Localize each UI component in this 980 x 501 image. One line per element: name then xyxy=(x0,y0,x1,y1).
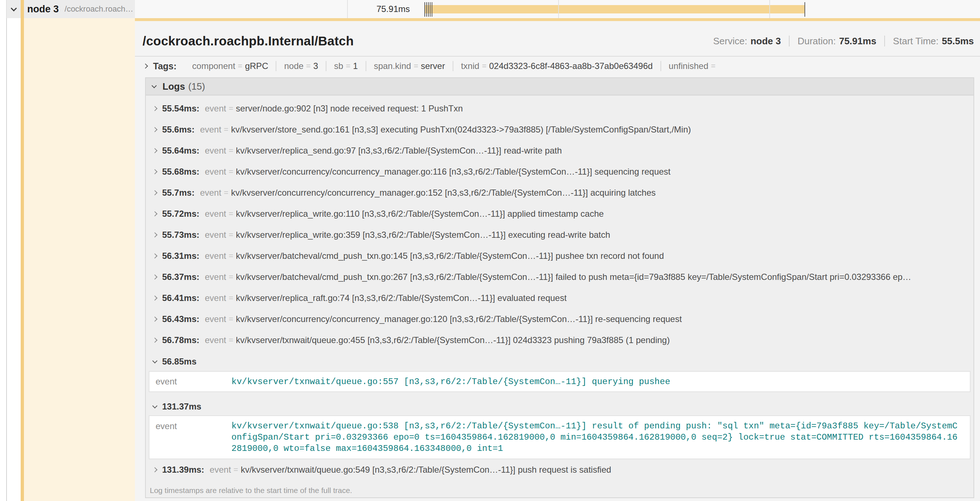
log-equals: = xyxy=(229,335,233,345)
log-equals: = xyxy=(229,272,233,282)
log-row[interactable]: 56.41ms: event = kv/kvserver/replica_raf… xyxy=(146,287,974,309)
span-overview-items: Service: node 3 Duration: 75.91ms Start … xyxy=(713,35,974,47)
chevron-right-icon[interactable] xyxy=(143,64,148,69)
tag-value: 024d3323-6c8f-4863-aa8b-37ab0e63496d xyxy=(489,61,653,71)
log-field-value: kv/kvserver/replica_write.go:359 [n3,s3,… xyxy=(236,230,610,240)
log-field-key: event xyxy=(205,335,226,345)
span-detail-header: /cockroach.roachpb.Internal/Batch Servic… xyxy=(143,32,974,50)
chevron-down-icon[interactable] xyxy=(152,358,158,363)
log-row[interactable]: 131.39ms: event = kv/kvserver/txnwait/qu… xyxy=(146,459,974,480)
log-timestamp: 55.54ms: xyxy=(162,104,199,113)
trace-span-detail-view: node 3 /cockroach.roach… 75.91ms /cockro… xyxy=(0,0,980,501)
log-detail-card: event kv/kvserver/txnwait/queue.go:538 [… xyxy=(149,415,970,459)
service-name: node 3 xyxy=(27,4,59,15)
span-color-stripe xyxy=(21,0,24,501)
logs-footer-note: Log timestamps are relative to the start… xyxy=(146,482,974,498)
log-row[interactable]: 55.7ms: event = kv/kvserver/concurrency/… xyxy=(146,182,974,203)
log-equals: = xyxy=(229,209,233,219)
log-equals: = xyxy=(229,314,233,324)
log-row[interactable]: 55.6ms: event = kv/kvserver/store_send.g… xyxy=(146,119,974,140)
log-timestamp: 55.6ms: xyxy=(162,124,194,135)
span-detail-panel: /cockroach.roachpb.Internal/Batch Servic… xyxy=(135,18,980,501)
log-field-value: kv/kvserver/txnwait/queue.go:549 [n3,s3,… xyxy=(241,465,611,475)
chevron-right-icon[interactable] xyxy=(152,254,158,258)
logs-accordian: Logs (15) 55.54ms: event = server/node.g… xyxy=(145,77,974,498)
log-timestamp: 55.73ms: xyxy=(162,230,199,240)
chevron-down-icon[interactable] xyxy=(11,5,17,11)
tag-value: 1 xyxy=(353,61,358,71)
tag-key: sb xyxy=(334,61,343,71)
log-field-key: event xyxy=(205,167,226,177)
logs-title: Logs xyxy=(162,81,185,92)
log-field-value: kv/kvserver/txnwait/queue.go:455 [n3,s3,… xyxy=(236,335,670,345)
duration-value: 75.91ms xyxy=(839,35,876,47)
log-field-key: event xyxy=(156,377,231,387)
chevron-right-icon[interactable] xyxy=(152,169,158,174)
meta-divider xyxy=(884,35,885,46)
chevron-right-icon[interactable] xyxy=(152,148,158,153)
log-row[interactable]: 56.43ms: event = kv/kvserver/concurrency… xyxy=(146,309,974,330)
log-field-key: event xyxy=(205,230,226,240)
log-row[interactable]: 55.54ms: event = server/node.go:902 [n3]… xyxy=(146,98,974,119)
chevron-right-icon[interactable] xyxy=(152,295,158,301)
log-timestamp: 55.64ms: xyxy=(162,145,199,156)
chevron-down-icon[interactable] xyxy=(152,83,157,88)
log-timestamp: 55.68ms: xyxy=(162,167,199,177)
log-equals: = xyxy=(229,230,233,239)
chevron-right-icon[interactable] xyxy=(152,190,158,195)
span-duration-label: 75.91ms xyxy=(377,0,410,18)
log-row[interactable]: 55.64ms: event = kv/kvserver/replica_sen… xyxy=(146,140,974,161)
tag-key: node xyxy=(284,61,303,71)
log-equals: = xyxy=(224,188,229,198)
tag-equals: = xyxy=(346,61,350,71)
log-field-value: kv/kvserver/txnwait/queue.go:557 [n3,s3,… xyxy=(231,376,961,388)
log-timestamp: 55.7ms: xyxy=(162,188,194,198)
log-timestamp: 55.72ms: xyxy=(162,209,199,219)
tag-item: component = gRPC xyxy=(185,61,277,71)
log-equals: = xyxy=(229,167,233,176)
span-timeline-cell[interactable]: 75.91ms xyxy=(135,0,980,18)
log-row[interactable]: 56.31ms: event = kv/kvserver/batcheval/c… xyxy=(146,246,974,266)
log-equals: = xyxy=(229,251,233,261)
chevron-right-icon[interactable] xyxy=(152,127,158,132)
span-operation-title: /cockroach.roachpb.Internal/Batch xyxy=(143,34,354,48)
log-field-value: kv/kvserver/concurrency/concurrency_mana… xyxy=(231,188,656,198)
chevron-right-icon[interactable] xyxy=(152,211,158,216)
log-field-value: kv/kvserver/replica_send.go:97 [n3,s3,r6… xyxy=(236,145,562,156)
log-field-value: server/node.go:902 [n3] node received re… xyxy=(236,104,463,113)
span-row: node 3 /cockroach.roach… 75.91ms xyxy=(6,0,980,18)
log-marker-tick xyxy=(424,2,425,17)
expanded-log-header[interactable]: 131.37ms xyxy=(146,400,974,413)
chevron-down-icon[interactable] xyxy=(152,403,158,408)
expanded-log-header[interactable]: 56.85ms xyxy=(146,355,974,368)
log-detail-card: event kv/kvserver/txnwait/queue.go:557 [… xyxy=(149,371,970,392)
log-timestamp: 56.31ms: xyxy=(162,251,199,261)
timeline-gridline xyxy=(558,0,559,18)
log-row[interactable]: 55.68ms: event = kv/kvserver/concurrency… xyxy=(146,161,974,182)
tag-list: component = gRPC node = 3 sb = 1 span.ki… xyxy=(185,61,726,71)
log-equals: = xyxy=(229,146,233,155)
tag-key: component xyxy=(192,61,235,71)
log-row[interactable]: 56.78ms: event = kv/kvserver/txnwait/que… xyxy=(146,330,974,351)
log-field-key: event xyxy=(210,465,231,475)
chevron-right-icon[interactable] xyxy=(152,317,158,322)
log-row[interactable]: 55.73ms: event = kv/kvserver/replica_wri… xyxy=(146,224,974,246)
log-row[interactable]: 56.37ms: event = kv/kvserver/batcheval/c… xyxy=(146,266,974,287)
chevron-right-icon[interactable] xyxy=(152,338,158,343)
span-name-cell[interactable]: node 3 /cockroach.roach… xyxy=(6,0,135,18)
span-bar[interactable] xyxy=(425,5,805,13)
log-row[interactable]: 55.72ms: event = kv/kvserver/replica_wri… xyxy=(146,203,974,224)
tag-equals: = xyxy=(711,61,716,71)
log-field-key: event xyxy=(205,145,226,156)
tag-equals: = xyxy=(414,61,418,71)
chevron-right-icon[interactable] xyxy=(152,274,158,279)
service-label: Service: xyxy=(713,35,747,47)
tags-label: Tags: xyxy=(153,61,177,72)
log-marker-tick xyxy=(428,2,429,17)
tags-accordian[interactable]: Tags: component = gRPC node = 3 sb = 1 s… xyxy=(144,59,726,73)
chevron-right-icon[interactable] xyxy=(152,467,158,472)
logs-header[interactable]: Logs (15) xyxy=(146,78,974,96)
chevron-right-icon[interactable] xyxy=(152,232,158,238)
chevron-right-icon[interactable] xyxy=(152,106,158,111)
log-timestamp: 56.78ms: xyxy=(162,335,199,345)
